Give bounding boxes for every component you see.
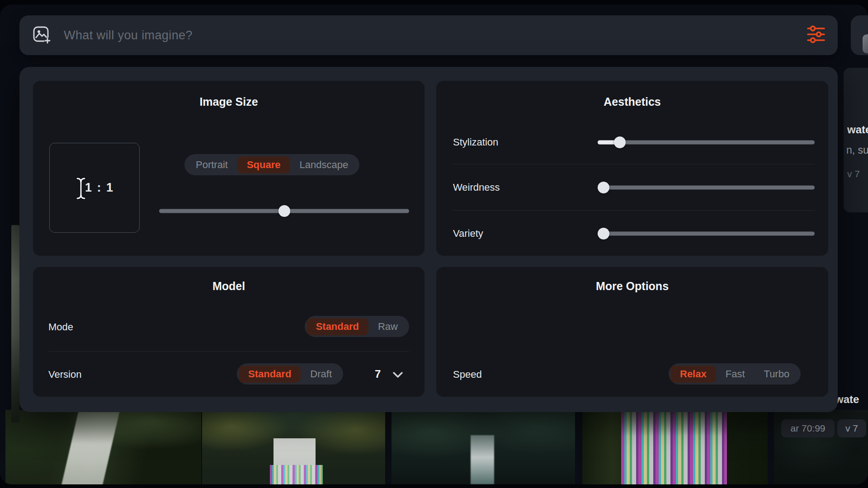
waterfall-graphic bbox=[471, 435, 495, 484]
option-fast[interactable]: Fast bbox=[716, 366, 755, 383]
aspect-ratio-slider[interactable] bbox=[159, 205, 409, 217]
aspect-ratio-chip[interactable]: ar 70:99 bbox=[781, 419, 835, 437]
option-standard[interactable]: Standard bbox=[307, 318, 368, 335]
glitch-graphic bbox=[270, 465, 323, 484]
option-relax[interactable]: Relax bbox=[670, 366, 716, 383]
option-square[interactable]: Square bbox=[237, 156, 290, 174]
clipped-prompt-text: wate bbox=[835, 393, 859, 406]
gallery-image-4[interactable] bbox=[582, 410, 768, 484]
slider-knob[interactable] bbox=[598, 182, 609, 193]
gallery-image-2[interactable] bbox=[202, 410, 385, 484]
background-detail-panel bbox=[844, 68, 868, 212]
weirdness-label: Weirdness bbox=[453, 182, 500, 193]
prompt-bar[interactable]: What will you imagine? bbox=[19, 15, 838, 55]
version-number[interactable]: 7 bbox=[375, 368, 381, 380]
background-image-sliver bbox=[11, 225, 19, 422]
variety-slider[interactable] bbox=[598, 228, 815, 239]
aspect-ratio-box[interactable]: 1 : 1 bbox=[49, 143, 140, 233]
image-add-icon[interactable] bbox=[32, 25, 51, 46]
slider-track[interactable] bbox=[598, 232, 815, 236]
mode-segmented: Standard Raw bbox=[305, 316, 409, 337]
option-portrait[interactable]: Portrait bbox=[186, 156, 237, 174]
row-divider bbox=[453, 210, 815, 211]
slider-knob[interactable] bbox=[598, 228, 609, 239]
option-landscape[interactable]: Landscape bbox=[290, 156, 358, 174]
filters-icon[interactable] bbox=[806, 25, 826, 45]
model-card: Model Mode Standard Raw Version Standard… bbox=[33, 267, 425, 397]
speed-segmented: Relax Fast Turbo bbox=[669, 363, 801, 385]
gallery-image-1[interactable] bbox=[5, 410, 201, 484]
card-title: Image Size bbox=[33, 95, 425, 108]
mode-label: Mode bbox=[48, 321, 73, 333]
stylization-label: Stylization bbox=[453, 136, 498, 148]
stylization-slider[interactable] bbox=[598, 136, 815, 148]
more-options-card: More Options Speed Relax Fast Turbo bbox=[436, 267, 828, 397]
version-segmented: Standard Draft bbox=[237, 363, 343, 385]
card-title: More Options bbox=[436, 280, 828, 293]
aspect-ratio-value: 1 : 1 bbox=[85, 181, 114, 195]
app-window: wate n, su v 7 wate ar 70:99 v 7 What wi… bbox=[0, 5, 868, 484]
row-divider bbox=[48, 351, 409, 352]
settings-panel: Image Size 1 : 1 Portrait Square bbox=[19, 67, 838, 412]
image-size-card: Image Size 1 : 1 Portrait Square bbox=[33, 81, 425, 256]
clipped-corner-button[interactable] bbox=[851, 15, 868, 55]
card-title: Model bbox=[33, 280, 425, 293]
clipped-prompt-text: n, su bbox=[846, 144, 868, 156]
aspect-preset-segmented: Portrait Square Landscape bbox=[184, 154, 359, 175]
thumbnail-glyph bbox=[863, 34, 868, 53]
gallery-image-3[interactable] bbox=[392, 410, 575, 484]
speed-label: Speed bbox=[453, 369, 482, 380]
option-standard[interactable]: Standard bbox=[239, 366, 301, 383]
option-draft[interactable]: Draft bbox=[301, 366, 341, 383]
glitch-graphic bbox=[621, 410, 727, 484]
slider-track[interactable] bbox=[598, 141, 815, 145]
slider-knob[interactable] bbox=[614, 136, 626, 148]
option-raw[interactable]: Raw bbox=[368, 318, 407, 335]
clipped-version-text: v 7 bbox=[847, 169, 860, 179]
aesthetics-card: Aesthetics Stylization Weirdness Variety bbox=[436, 81, 828, 256]
slider-knob[interactable] bbox=[278, 205, 290, 217]
clipped-prompt-text: wate bbox=[847, 123, 868, 136]
prompt-input[interactable]: What will you imagine? bbox=[64, 28, 193, 42]
version-label: Version bbox=[48, 369, 81, 380]
variety-label: Variety bbox=[453, 228, 483, 239]
slider-track[interactable] bbox=[598, 186, 815, 190]
row-divider bbox=[453, 164, 815, 164]
card-title: Aesthetics bbox=[436, 95, 828, 108]
version-chip[interactable]: v 7 bbox=[837, 419, 866, 437]
chevron-down-icon[interactable] bbox=[392, 371, 403, 380]
waterfall-graphic bbox=[61, 410, 121, 484]
weirdness-slider[interactable] bbox=[598, 182, 815, 193]
option-turbo[interactable]: Turbo bbox=[755, 366, 799, 383]
